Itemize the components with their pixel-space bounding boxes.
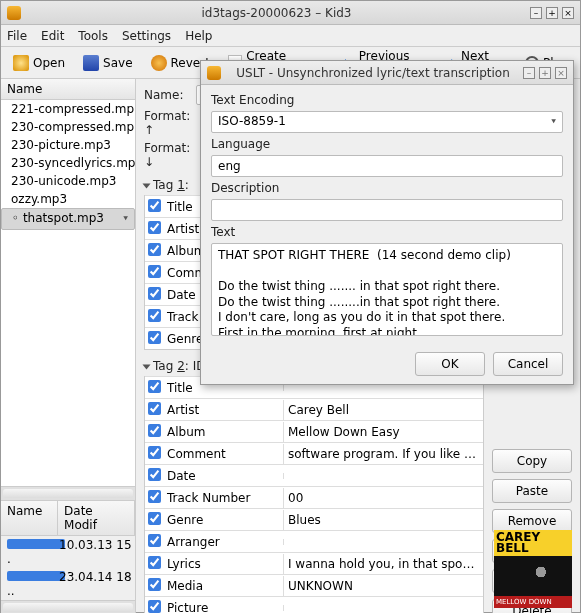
file-item[interactable]: 230-compressed.mp3	[1, 118, 135, 136]
tag-value[interactable]: I wanna hold you, in that spot right th……	[283, 554, 483, 574]
tag-value[interactable]: Carey Bell	[283, 400, 483, 420]
tag-name: Media	[163, 576, 283, 596]
dir-scrollbar[interactable]	[1, 600, 135, 613]
tag-checkbox[interactable]	[148, 490, 161, 503]
tag-row[interactable]: Arranger	[145, 530, 483, 552]
folder-icon	[7, 539, 65, 549]
tag-row[interactable]: Date	[145, 464, 483, 486]
tag-value[interactable]	[283, 385, 483, 391]
menu-tools[interactable]: Tools	[78, 29, 108, 43]
open-icon	[13, 55, 29, 71]
tag-name: Album	[163, 422, 283, 442]
tag-row[interactable]: Commentsoftware program. If you like thi…	[145, 442, 483, 464]
file-item[interactable]: 230-picture.mp3	[1, 136, 135, 154]
tag-value[interactable]	[283, 539, 483, 545]
revert-icon	[151, 55, 167, 71]
expand-icon	[143, 364, 151, 369]
tag-checkbox[interactable]	[148, 556, 161, 569]
file-item[interactable]: ozzy.mp3	[1, 190, 135, 208]
minimize-button[interactable]: –	[530, 7, 542, 19]
dialog-app-icon	[207, 66, 221, 80]
tag-value[interactable]	[283, 605, 483, 611]
tag-checkbox[interactable]	[148, 446, 161, 459]
file-pane: Name 221-compressed.mp3230-compressed.mp…	[1, 79, 136, 613]
tag-checkbox[interactable]	[148, 424, 161, 437]
main-titlebar: id3tags-20000623 – Kid3 – + ×	[1, 1, 580, 25]
tag-checkbox[interactable]	[148, 402, 161, 415]
text-textarea[interactable]: THAT SPOT RIGHT THERE (14 second demo cl…	[211, 243, 563, 336]
tag-value[interactable]: Mellow Down Easy	[283, 422, 483, 442]
tag-checkbox[interactable]	[148, 265, 161, 278]
tag-name: Date	[163, 466, 283, 486]
save-icon	[83, 55, 99, 71]
encoding-label: Text Encoding	[211, 93, 563, 107]
tag-checkbox[interactable]	[148, 243, 161, 256]
tag-value[interactable]	[283, 473, 483, 479]
tag-name: Artist	[163, 400, 283, 420]
menu-settings[interactable]: Settings	[122, 29, 171, 43]
album-artwork[interactable]: CAREYBELL MELLOW DOWN	[494, 530, 572, 608]
text-label: Text	[211, 225, 563, 239]
copy-button[interactable]: Copy	[492, 449, 572, 473]
file-item[interactable]: 230-syncedlyrics.mp3	[1, 154, 135, 172]
tag-checkbox[interactable]	[148, 380, 161, 393]
tag-row[interactable]: AlbumMellow Down Easy	[145, 420, 483, 442]
tag-checkbox[interactable]	[148, 468, 161, 481]
dir-header-date[interactable]: Date Modif	[58, 501, 135, 535]
save-button[interactable]: Save	[77, 52, 138, 74]
expand-icon	[143, 183, 151, 188]
tag-row[interactable]: LyricsI wanna hold you, in that spot rig…	[145, 552, 483, 574]
language-label: Language	[211, 137, 563, 151]
tag-checkbox[interactable]	[148, 512, 161, 525]
ok-button[interactable]: OK	[415, 352, 485, 376]
dialog-minimize-button[interactable]: –	[523, 67, 535, 79]
cancel-button[interactable]: Cancel	[493, 352, 563, 376]
tag-value[interactable]: software program. If you like this trac……	[283, 444, 483, 464]
file-scrollbar[interactable]	[1, 486, 135, 500]
tag-checkbox[interactable]	[148, 221, 161, 234]
dialog-maximize-button[interactable]: +	[539, 67, 551, 79]
language-input[interactable]	[211, 155, 563, 177]
tag-value[interactable]: 00	[283, 488, 483, 508]
maximize-button[interactable]: +	[546, 7, 558, 19]
description-input[interactable]	[211, 199, 563, 221]
tag-checkbox[interactable]	[148, 287, 161, 300]
tag-name: Genre	[163, 510, 283, 530]
menu-file[interactable]: File	[7, 29, 27, 43]
folder-icon	[7, 571, 65, 581]
tag-checkbox[interactable]	[148, 534, 161, 547]
window-title: id3tags-20000623 – Kid3	[27, 6, 526, 20]
file-item[interactable]: ◦ thatspot.mp3	[1, 208, 135, 230]
app-icon	[7, 6, 21, 20]
paste-button[interactable]: Paste	[492, 479, 572, 503]
dialog-title: USLT - Unsynchronized lyric/text transcr…	[227, 66, 519, 80]
dir-header-name[interactable]: Name	[1, 501, 58, 535]
dialog-close-button[interactable]: ×	[555, 67, 567, 79]
tag-value[interactable]: UNKNOWN	[283, 576, 483, 596]
tag-checkbox[interactable]	[148, 331, 161, 344]
tag-checkbox[interactable]	[148, 578, 161, 591]
file-item[interactable]: 230-unicode.mp3	[1, 172, 135, 190]
tag-row[interactable]: MediaUNKNOWN	[145, 574, 483, 596]
tag-row[interactable]: Track Number00	[145, 486, 483, 508]
open-button[interactable]: Open	[7, 52, 71, 74]
menu-edit[interactable]: Edit	[41, 29, 64, 43]
file-header[interactable]: Name	[1, 79, 135, 100]
tag-row[interactable]: ArtistCarey Bell	[145, 398, 483, 420]
tag-row[interactable]: GenreBlues	[145, 508, 483, 530]
file-list[interactable]: 221-compressed.mp3230-compressed.mp3230-…	[1, 100, 135, 486]
tag-name: Arranger	[163, 532, 283, 552]
file-item[interactable]: 221-compressed.mp3	[1, 100, 135, 118]
tag-value[interactable]: Blues	[283, 510, 483, 530]
encoding-select[interactable]: ISO-8859-1	[211, 111, 563, 133]
dir-row[interactable]: ..23.04.14 18	[1, 568, 135, 600]
menu-help[interactable]: Help	[185, 29, 212, 43]
dir-row[interactable]: .10.03.13 15	[1, 536, 135, 568]
tag-checkbox[interactable]	[148, 199, 161, 212]
close-button[interactable]: ×	[562, 7, 574, 19]
tag-checkbox[interactable]	[148, 600, 161, 613]
dialog-titlebar: USLT - Unsynchronized lyric/text transcr…	[201, 61, 573, 85]
tag-row[interactable]: Picture	[145, 596, 483, 613]
tag-checkbox[interactable]	[148, 309, 161, 322]
tag2-list: TitleArtistCarey BellAlbumMellow Down Ea…	[144, 376, 484, 613]
